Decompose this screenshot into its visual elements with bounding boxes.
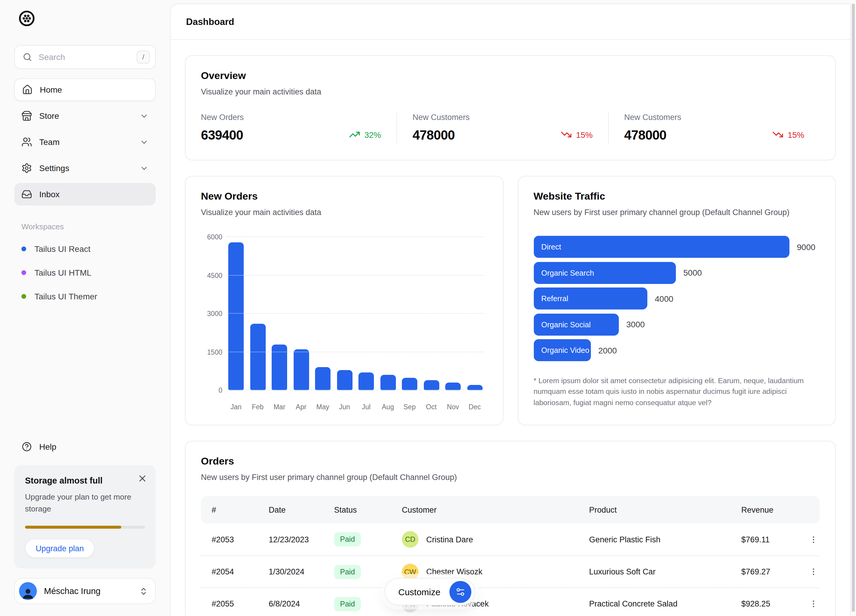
gear-icon xyxy=(22,163,32,174)
revenue: $769.27 xyxy=(741,567,807,576)
workspace-dot xyxy=(22,270,26,275)
gridline xyxy=(227,237,483,237)
revenue: $769.11 xyxy=(741,535,807,544)
sliders-icon xyxy=(455,587,465,597)
table-row: #205312/23/2023PaidCDCristina DareGeneri… xyxy=(201,523,820,555)
bar-organic-search: Organic Search xyxy=(534,262,676,284)
chart-subtitle: Visualize your main activities data xyxy=(201,208,487,217)
horizontal-bar-chart: Direct9000Organic Search5000Referral4000… xyxy=(534,236,820,361)
page: / HomeStoreTeamSettingsInbox Workspaces … xyxy=(0,0,856,616)
table-body: #205312/23/2023PaidCDCristina DareGeneri… xyxy=(201,523,820,616)
stat-label: New Orders xyxy=(201,113,244,122)
logo-icon xyxy=(18,9,35,27)
row-menu-button[interactable] xyxy=(807,565,821,579)
sidebar-nav: HomeStoreTeamSettingsInbox xyxy=(14,78,156,209)
home-icon xyxy=(22,84,33,95)
order-date: 12/23/2023 xyxy=(269,535,334,544)
users-icon xyxy=(22,137,32,147)
gridline xyxy=(227,275,483,275)
x-tick-label: Dec xyxy=(467,403,482,410)
user-menu[interactable]: Méschac Irung xyxy=(14,578,156,604)
bar-jun xyxy=(337,370,352,390)
table-row: #20556/8/2024PaidPKPaulette KovacekPract… xyxy=(201,587,820,616)
product-name: Luxurious Soft Car xyxy=(589,567,741,576)
orders-title: Orders xyxy=(201,456,820,467)
stat-trend: 32% xyxy=(349,129,381,140)
search-box[interactable]: / xyxy=(14,45,156,69)
stat-change: 15% xyxy=(788,130,804,139)
bar-organic-video: Organic Video xyxy=(534,339,591,361)
bar-may xyxy=(315,367,331,390)
bar-organic-social: Organic Social xyxy=(534,313,619,335)
traffic-row: Organic Social3000 xyxy=(534,313,820,335)
workspace-item[interactable]: Tailus UI HTML xyxy=(14,261,156,284)
order-id: #2055 xyxy=(212,599,269,608)
trending-down-icon xyxy=(772,129,784,140)
overview-subtitle: Visualize your main activities data xyxy=(201,87,820,96)
chart-title: New Orders xyxy=(201,190,487,203)
upgrade-plan-button[interactable]: Upgrade plan xyxy=(25,539,94,558)
orders-subtitle: New users by First user primary channel … xyxy=(201,473,820,482)
stat-trend: 15% xyxy=(772,129,804,140)
column-header: Revenue xyxy=(741,505,807,514)
bar-apr xyxy=(293,349,309,390)
x-tick-label: Apr xyxy=(293,403,309,410)
bar-nov xyxy=(445,383,461,390)
sidebar-item-store[interactable]: Store xyxy=(14,104,156,127)
bar-feb xyxy=(250,324,265,390)
close-icon[interactable] xyxy=(138,474,147,483)
bar-chart: 01500300045006000 JanFebMarAprMayJunJulA… xyxy=(201,231,487,410)
sidebar-item-settings[interactable]: Settings xyxy=(14,157,156,180)
x-tick-label: Sep xyxy=(402,403,417,410)
help-label: Help xyxy=(39,442,57,452)
status-badge: Paid xyxy=(334,597,361,611)
stat-label: New Customers xyxy=(624,113,681,122)
chevrons-up-down-icon xyxy=(139,587,148,596)
plot-area xyxy=(227,237,483,390)
status-badge: Paid xyxy=(334,532,361,547)
app-logo[interactable] xyxy=(14,9,156,30)
x-tick-label: Nov xyxy=(445,403,461,410)
page-title: Dashboard xyxy=(186,16,234,27)
customize-pill[interactable]: Customize xyxy=(385,578,475,605)
charts-row: New Orders Visualize your main activitie… xyxy=(185,176,836,426)
gridline xyxy=(227,390,483,390)
table-header: # Date Status Customer Product Revenue xyxy=(201,496,820,523)
stat-new-customers-2: New Customers 478000 15% xyxy=(608,113,820,143)
chevron-down-icon xyxy=(140,138,149,146)
bar-referral: Referral xyxy=(534,287,647,309)
stat-change: 15% xyxy=(576,130,593,139)
y-tick-label: 6000 xyxy=(201,233,222,241)
row-menu-button[interactable] xyxy=(807,597,821,611)
search-input[interactable] xyxy=(38,52,130,62)
y-tick-label: 1500 xyxy=(201,349,222,355)
x-tick-label: Jan xyxy=(228,403,244,410)
x-tick-label: Mar xyxy=(272,403,287,410)
y-tick-label: 3000 xyxy=(201,310,222,317)
trending-up-icon xyxy=(349,129,360,140)
y-tick-label: 4500 xyxy=(201,272,222,279)
search-shortcut-key: / xyxy=(137,51,150,63)
customize-button[interactable] xyxy=(450,581,471,603)
workspace-item[interactable]: Tailus UI React xyxy=(14,237,156,261)
inbox-icon xyxy=(22,189,32,200)
nav-label: Settings xyxy=(39,163,69,173)
avatar: CD xyxy=(402,531,419,548)
workspace-item[interactable]: Tailus UI Themer xyxy=(14,284,156,308)
bar-value: 5000 xyxy=(683,268,702,277)
order-date: 1/30/2024 xyxy=(269,567,334,576)
row-menu-button[interactable] xyxy=(807,533,821,546)
chart-subtitle: New users by First user primary channel … xyxy=(534,208,820,217)
sidebar-item-inbox[interactable]: Inbox xyxy=(14,183,156,206)
bar-jul xyxy=(359,372,374,390)
nav-label: Inbox xyxy=(39,189,60,199)
x-tick-label: Aug xyxy=(380,403,396,410)
sidebar-item-home[interactable]: Home xyxy=(14,78,156,101)
sidebar-item-help[interactable]: Help xyxy=(14,436,156,458)
sidebar-spacer xyxy=(14,308,156,436)
bar-direct: Direct xyxy=(534,236,789,258)
sidebar-item-team[interactable]: Team xyxy=(14,131,156,153)
main-content: Overview Visualize your main activities … xyxy=(171,40,850,616)
vertical-scrollbar[interactable] xyxy=(852,3,855,612)
stat-value: 478000 xyxy=(413,128,470,143)
